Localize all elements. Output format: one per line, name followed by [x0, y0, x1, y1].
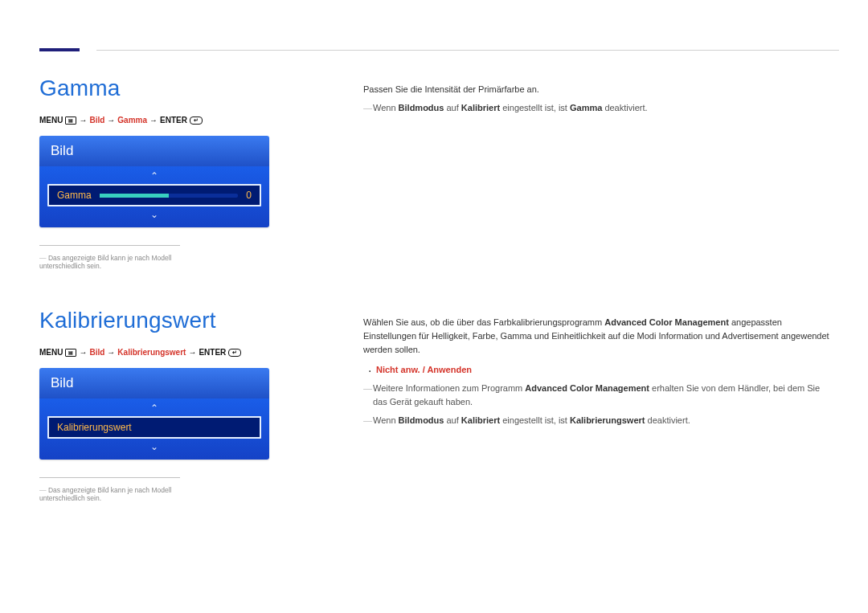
acm-info-note: Weitere Informationen zum Programm Advan…: [363, 382, 829, 409]
description-kal: Wählen Sie aus, ob die über das Farbkali…: [363, 316, 829, 427]
chevron-down-icon[interactable]: [47, 442, 261, 452]
osd-row-value: 0: [246, 190, 252, 201]
menu-path: MENU ▤ → Bild → Gamma → ENTER ↵: [39, 116, 309, 125]
arrow-right-icon: →: [188, 348, 196, 357]
osd-body: Kalibrierungswert: [39, 398, 269, 460]
header-divider: [96, 50, 839, 51]
osd-title: Bild: [39, 368, 269, 398]
arrow-right-icon: →: [79, 116, 87, 125]
osd-row-kal[interactable]: Kalibrierungswert: [47, 416, 261, 439]
menu-icon: ▤: [65, 349, 76, 357]
model-caption: Das angezeigte Bild kann je nach Modell …: [39, 486, 180, 502]
path-bild: Bild: [89, 116, 104, 125]
caption-container: Das angezeigte Bild kann je nach Modell …: [39, 245, 180, 270]
arrow-right-icon: →: [107, 348, 115, 357]
osd-body: Gamma 0: [39, 166, 269, 227]
gamma-slider-fill: [100, 194, 169, 198]
option-anwenden: Anwenden: [427, 365, 472, 374]
path-bild: Bild: [89, 348, 104, 357]
gamma-disabled-note: Wenn Bildmodus auf Kalibriert eingestell…: [363, 101, 829, 115]
menu-icon: ▤: [65, 116, 76, 125]
path-kal: Kalibrierungswert: [117, 348, 186, 357]
osd-row-gamma[interactable]: Gamma 0: [47, 184, 261, 206]
option-nicht-anw: Nicht anw.: [376, 365, 420, 374]
lead-text: Passen Sie die Intensität der Primärfarb…: [363, 83, 829, 96]
osd-title: Bild: [39, 136, 269, 166]
arrow-right-icon: →: [79, 348, 87, 357]
chevron-up-icon[interactable]: [47, 403, 261, 413]
arrow-right-icon: →: [107, 116, 115, 125]
caption-container: Das angezeigte Bild kann je nach Modell …: [39, 477, 180, 502]
section-heading: Kalibrierungswert: [39, 308, 309, 333]
kal-options: Nicht anw. / Anwenden: [363, 363, 829, 377]
osd-row-label: Kalibrierungswert: [57, 422, 132, 433]
gamma-slider[interactable]: [100, 194, 239, 198]
section-gamma: Gamma MENU ▤ → Bild → Gamma → ENTER ↵ Bi…: [39, 76, 309, 270]
path-gamma: Gamma: [117, 116, 147, 125]
section-heading: Gamma: [39, 76, 309, 101]
enter-icon: ↵: [228, 349, 241, 357]
header-accent-bar: [39, 48, 80, 51]
osd-row-label: Gamma: [57, 190, 92, 201]
enter-label: ENTER: [199, 348, 226, 357]
section-kalibrierungswert: Kalibrierungswert MENU ▤ → Bild → Kalibr…: [39, 308, 309, 502]
arrow-right-icon: →: [149, 116, 158, 125]
chevron-down-icon[interactable]: [47, 210, 261, 219]
kal-disabled-note: Wenn Bildmodus auf Kalibriert eingestell…: [363, 414, 829, 427]
enter-icon: ↵: [190, 116, 203, 125]
osd-panel-gamma: Bild Gamma 0: [39, 136, 269, 227]
menu-label: MENU: [39, 116, 63, 125]
osd-panel-kal: Bild Kalibrierungswert: [39, 368, 269, 460]
menu-label: MENU: [39, 348, 63, 357]
manual-page: Gamma MENU ▤ → Bild → Gamma → ENTER ↵ Bi…: [0, 0, 868, 613]
enter-label: ENTER: [160, 116, 187, 125]
model-caption: Das angezeigte Bild kann je nach Modell …: [39, 254, 180, 270]
chevron-up-icon[interactable]: [47, 171, 261, 181]
menu-path: MENU ▤ → Bild → Kalibrierungswert → ENTE…: [39, 348, 309, 357]
kal-paragraph: Wählen Sie aus, ob die über das Farbkali…: [363, 316, 829, 357]
description-gamma: Passen Sie die Intensität der Primärfarb…: [363, 83, 829, 115]
